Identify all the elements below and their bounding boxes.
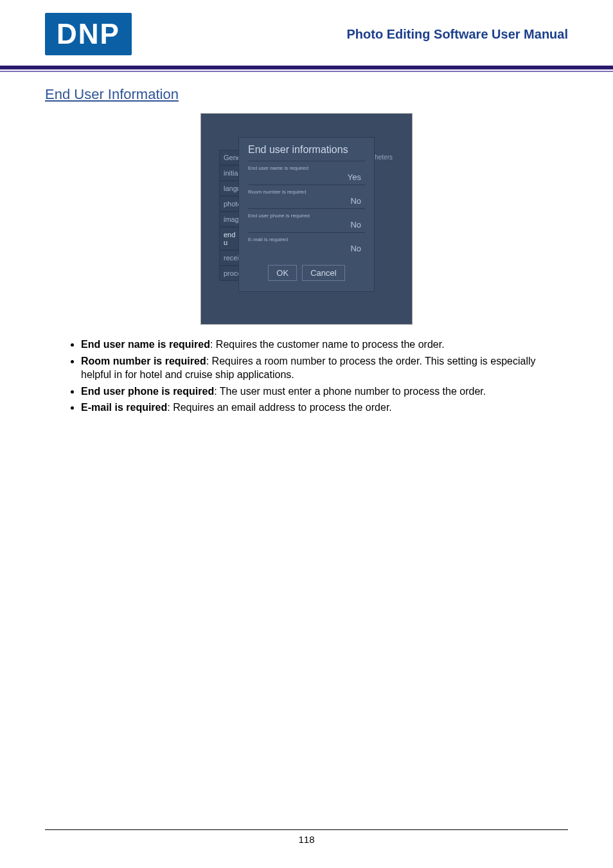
bullet-bold: End user phone is required (81, 386, 214, 397)
page-footer: 118 (45, 829, 568, 845)
setting-label: Room number is required (248, 189, 365, 195)
bullet-bold: End user name is required (81, 339, 210, 350)
screenshot-container: heters Gener initial langu photo image e… (45, 113, 568, 325)
bullet-rest: : Requires the customer name to process … (210, 339, 445, 350)
setting-row-room[interactable]: Room number is required No (248, 185, 365, 208)
setting-row-email[interactable]: E-mail is required No (248, 232, 365, 256)
header-divider (0, 66, 613, 72)
bullet-rest: : Requires an email address to process t… (167, 402, 392, 413)
logo: DNP (45, 13, 132, 55)
setting-value: No (248, 220, 365, 230)
logo-text: DNP (45, 13, 132, 55)
truncated-text-fragment: heters (375, 154, 393, 161)
bullet-bold: E-mail is required (81, 402, 167, 413)
setting-row-phone[interactable]: End user phone is required No (248, 208, 365, 232)
description-list: End user name is required: Requires the … (45, 338, 568, 415)
page-header: DNP Photo Editing Software User Manual (45, 13, 568, 66)
setting-label: E-mail is required (248, 237, 365, 242)
footer-divider (45, 829, 568, 830)
ok-button[interactable]: OK (268, 265, 297, 281)
setting-row-name[interactable]: End user name is required Yes (248, 161, 365, 185)
end-user-info-panel: End user informations End user name is r… (238, 137, 375, 292)
list-item: End user name is required: Requires the … (81, 338, 568, 352)
header-title: Photo Editing Software User Manual (347, 27, 568, 42)
setting-label: End user phone is required (248, 213, 365, 219)
cancel-button[interactable]: Cancel (302, 265, 344, 281)
panel-title: End user informations (248, 144, 365, 156)
section-title: End User Information (45, 86, 568, 103)
bullet-bold: Room number is required (81, 356, 206, 366)
setting-value: No (248, 244, 365, 253)
setting-label: End user name is required (248, 165, 365, 171)
list-item: E-mail is required: Requires an email ad… (81, 401, 568, 415)
settings-dialog-screenshot: heters Gener initial langu photo image e… (200, 113, 413, 325)
dialog-buttons: OK Cancel (248, 265, 365, 281)
page-number: 118 (45, 834, 568, 845)
list-item: Room number is required: Requires a room… (81, 354, 568, 382)
setting-value: No (248, 196, 365, 206)
list-item: End user phone is required: The user mus… (81, 384, 568, 399)
setting-value: Yes (248, 172, 365, 182)
bullet-rest: : The user must enter a phone number to … (214, 386, 486, 397)
